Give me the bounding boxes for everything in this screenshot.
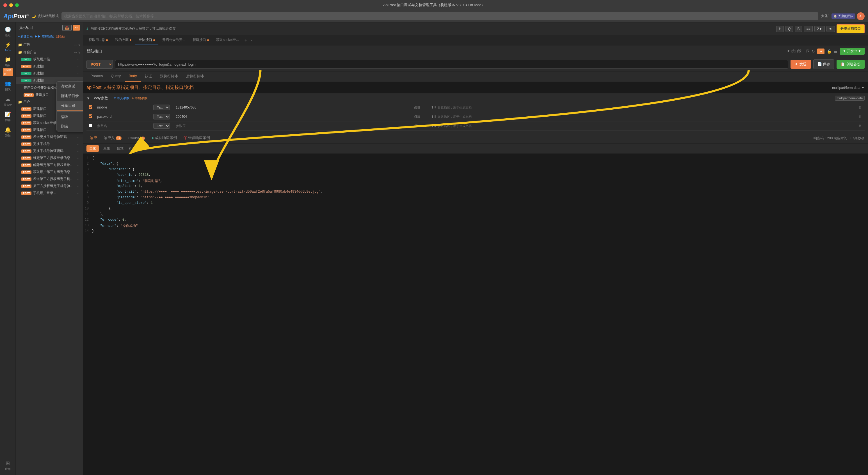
lock-btn[interactable]: 🔒 — [827, 49, 832, 54]
resp-tab-success[interactable]: ● 成功响应示例 — [148, 133, 180, 143]
refresh-btn[interactable]: ↻ — [812, 49, 815, 54]
toolbar-num[interactable]: 2▼ — [814, 26, 825, 32]
toolbar-H[interactable]: H — [776, 26, 784, 32]
group-popup-ads-header[interactable]: 📁 弹窗广告 ··· ∨ — [16, 49, 83, 56]
create-backup-button[interactable]: 📋 创建备份 — [837, 60, 865, 69]
tree-item-u13[interactable]: POST 手机用户登录... ··· — [16, 190, 83, 197]
sub-tab-params[interactable]: Params — [87, 71, 107, 81]
dev-status-btn[interactable]: ✈ 开发中 ▼ — [840, 48, 865, 55]
tab-more[interactable]: ··· — [249, 36, 256, 45]
ctx-item-new-sub[interactable]: 新建子目录 — [57, 91, 83, 101]
resp-tab-headers[interactable]: 响应头14 — [100, 133, 125, 143]
toolbar-Q[interactable]: Q — [785, 26, 793, 32]
tree-item-u12[interactable]: POST 第三方授权绑定手机号验证... ··· — [16, 182, 83, 190]
interface-label[interactable]: ▶ 接口设... — [787, 49, 804, 54]
resp-tab-response[interactable]: 响应 — [87, 133, 100, 143]
param-check-2[interactable] — [89, 124, 92, 127]
menu-btn[interactable]: ☰ — [834, 49, 837, 54]
ctx-item-edit[interactable]: 编辑 — [57, 112, 83, 122]
sub-tab-body[interactable]: Body — [125, 71, 141, 81]
share-popup-box[interactable]: 分享当前接口 — [837, 24, 865, 33]
tab-4[interactable]: 新建接口 — [189, 35, 212, 45]
toolbar-eye[interactable]: 👁 — [827, 26, 835, 32]
save-button[interactable]: 📄 保存 — [813, 60, 835, 69]
tree-item-get2[interactable]: GET 新建接口 ··· — [16, 70, 83, 77]
forward-btn[interactable]: ↪ — [817, 48, 825, 54]
tab-3[interactable]: 开启公众号开... — [159, 35, 189, 45]
param-type-0[interactable]: Text — [153, 105, 170, 110]
ctx-item-share[interactable]: 分享目录 — [57, 101, 83, 111]
sidebar-item-apps[interactable]: ⊞ 应用 — [2, 459, 14, 473]
search-response-btn[interactable]: 🔍 — [134, 145, 141, 152]
method-select[interactable]: POST GET PUT DELETE — [87, 60, 113, 69]
sidebar-item-team[interactable]: 👥 团队 — [2, 79, 14, 93]
sidebar-item-cloud[interactable]: ☁ 云大使 — [2, 94, 14, 108]
sub-tab-pre-script[interactable]: 预执行脚本 — [156, 71, 182, 81]
share-icon-button[interactable]: 📤 — [62, 25, 71, 31]
sub-tab-auth[interactable]: 认证 — [141, 71, 156, 81]
tree-item-u8[interactable]: POST 绑定第三方授权登录信息 ··· — [16, 155, 83, 162]
sidebar-item-apis[interactable]: ⚡ APIs — [2, 40, 14, 54]
recycle-btn[interactable]: 回收站 — [56, 34, 65, 39]
tree-item-u9[interactable]: POST 解除绑定第三方授权登录信息 ··· — [16, 162, 83, 169]
tab-0[interactable]: 获取用...息 — [85, 35, 111, 45]
url-input[interactable] — [115, 60, 788, 69]
param-type-2[interactable]: Text — [153, 123, 170, 129]
resp-tab-error[interactable]: ⓘ 错误响应示例 — [180, 133, 214, 143]
send-button[interactable]: ✈ 发送 — [790, 60, 811, 69]
param-check-0[interactable] — [89, 105, 92, 109]
copy-btn[interactable]: ⎘ — [807, 49, 809, 54]
copy-response-btn[interactable]: ⎘ — [128, 145, 132, 152]
flow-test-btn[interactable]: ▶▶ 流程测试 — [34, 34, 54, 39]
toolbar-B[interactable]: B — [795, 26, 802, 32]
import-params-btn[interactable]: ⬆ 导入参数 — [114, 96, 129, 100]
tree-item-u7[interactable]: POST 更换手机号验证密码 ··· — [16, 147, 83, 155]
view-beautify-btn[interactable]: 美化 — [87, 145, 99, 152]
group-ads: 📁 广告 ··· ∨ — [16, 41, 83, 48]
ctx-item-flow[interactable]: 流程测试 — [57, 81, 83, 91]
user-avatar[interactable]: ✈ — [857, 12, 865, 20]
sub-tab-post-script[interactable]: 后执行脚本 — [182, 71, 208, 81]
close-button[interactable] — [3, 3, 7, 7]
new-dir-btn[interactable]: + 新建目录 — [18, 34, 33, 39]
minimize-button[interactable] — [9, 3, 13, 7]
maximize-button[interactable] — [15, 3, 19, 7]
resp-tab-cookie[interactable]: Cookie4 — [125, 134, 148, 143]
code-line-5: 5 "nick_name": "骑马时箱", — [83, 178, 868, 184]
banner-type[interactable]: multipart/form-data ▼ — [832, 86, 865, 90]
sidebar-item-notify[interactable]: 🔔 通知 — [2, 125, 14, 139]
tree-header-actions: 📤 ↪ — [62, 25, 80, 31]
tree-item-post1[interactable]: POST 新建接口 ··· — [16, 63, 83, 70]
tree-item-u11[interactable]: POST 发送第三方授权绑定手机验... ··· — [16, 175, 83, 182]
tree-item-u10[interactable]: POST 获取用户第三方绑定信息 ··· — [16, 169, 83, 175]
param-type-1[interactable]: Text — [153, 114, 170, 120]
view-raw-btn[interactable]: 原生 — [101, 145, 112, 152]
param-del-2[interactable]: 🗑 — [859, 124, 862, 128]
tab-1[interactable]: 我的收藏 — [112, 35, 135, 45]
team-badge[interactable]: 🏠 天启的团队 — [832, 13, 855, 19]
tree-item-u6[interactable]: POST 更换手机号 ··· — [16, 140, 83, 147]
tree-item-get1[interactable]: GET 获取用户信... ··· — [16, 56, 83, 63]
param-del-1[interactable]: 🗑 — [859, 115, 862, 118]
sub-tab-query[interactable]: Query — [107, 71, 125, 81]
theme-toggle[interactable]: 🌙 皮肤/暗黑模式 — [32, 14, 59, 19]
group-ads-header[interactable]: 📁 广告 ··· ∨ — [16, 41, 83, 48]
ctx-item-delete[interactable]: 删除 — [57, 122, 83, 131]
sidebar-item-projects[interactable]: 📁 项目 升级优惠 — [2, 55, 14, 78]
tab-5[interactable]: 获取socket登... — [213, 35, 242, 45]
sidebar-item-recent[interactable]: 🕐 最近 — [2, 25, 14, 39]
sidebar-item-blog[interactable]: 📝 博客 — [2, 110, 14, 124]
param-check-1[interactable] — [89, 114, 92, 118]
search-input[interactable] — [61, 12, 818, 20]
tab-2[interactable]: 登陆接口 — [135, 35, 158, 45]
export-params-btn[interactable]: ⬇ 导出参数 — [132, 96, 147, 100]
code-line-10: 10 }, — [83, 206, 868, 212]
resp-settings-btn[interactable]: ⚙ — [861, 136, 865, 140]
forward-icon-button[interactable]: ↪ — [73, 25, 80, 31]
view-preview-btn[interactable]: 预览 — [115, 145, 126, 152]
toolbar-format[interactable]: ≡≡ — [804, 26, 813, 32]
param-del-0[interactable]: 🗑 — [859, 105, 862, 109]
tab-add[interactable]: + — [243, 36, 249, 45]
params-type-label[interactable]: multipart/form-data — [835, 96, 865, 101]
tree-item-u5[interactable]: POST 发送更换手机号验证码 ··· — [16, 133, 83, 140]
